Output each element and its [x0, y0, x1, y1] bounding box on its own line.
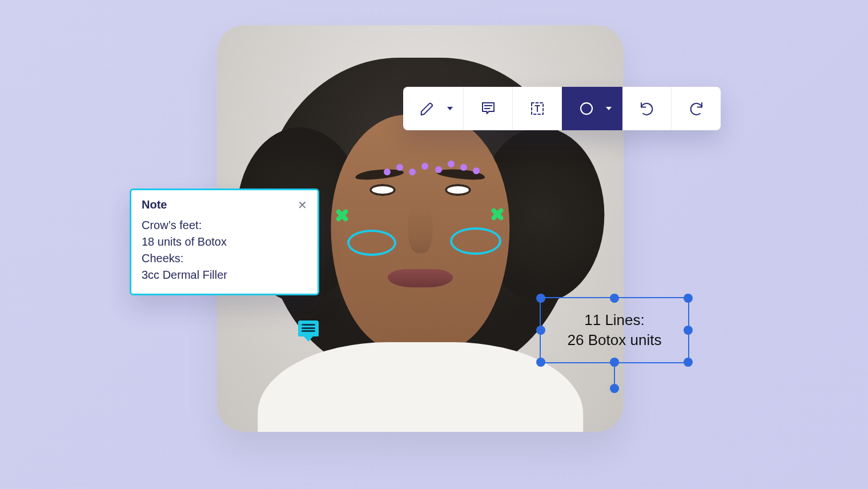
- comment-tool-button[interactable]: [464, 87, 513, 130]
- text-tool-button[interactable]: [513, 87, 562, 130]
- text-box-icon: [529, 100, 546, 117]
- portrait-lips: [388, 269, 453, 287]
- note-body: Crow’s feet: 18 units of Botox Cheeks: 3…: [142, 217, 307, 283]
- injection-dot[interactable]: [435, 166, 442, 173]
- shape-tool-button[interactable]: [562, 87, 622, 130]
- resize-handle-tr[interactable]: [684, 294, 693, 303]
- redo-icon: [688, 100, 705, 117]
- resize-handle-mr[interactable]: [684, 326, 693, 335]
- svg-point-3: [581, 103, 592, 114]
- resize-handle-br[interactable]: [684, 358, 693, 367]
- cheek-oval-right[interactable]: [450, 227, 501, 255]
- injection-dot[interactable]: [396, 164, 403, 171]
- injection-dot[interactable]: [409, 169, 416, 175]
- annotation-text: 11 Lines: 26 Botox units: [568, 310, 662, 350]
- pen-icon: [419, 100, 436, 117]
- portrait-collar: [258, 342, 583, 432]
- annotation-text-box[interactable]: 11 Lines: 26 Botox units: [540, 297, 689, 363]
- injection-dot[interactable]: [421, 163, 428, 170]
- circle-icon: [578, 100, 595, 117]
- portrait-eye-right: [445, 184, 471, 196]
- portrait-nose: [408, 204, 433, 252]
- cheek-oval-left[interactable]: [347, 230, 396, 256]
- pen-tool-button[interactable]: [403, 87, 464, 130]
- note-title: Note: [142, 198, 167, 211]
- injection-dot[interactable]: [473, 167, 480, 174]
- injection-dot[interactable]: [460, 164, 467, 171]
- undo-icon: [638, 100, 656, 117]
- resize-handle-tm[interactable]: [610, 294, 619, 303]
- resize-handle-bl[interactable]: [536, 358, 545, 367]
- note-header: Note ✕: [142, 198, 307, 211]
- annotation-toolbar: [403, 87, 721, 130]
- redo-button[interactable]: [672, 87, 721, 130]
- undo-button[interactable]: [622, 87, 672, 130]
- resize-handle-tl[interactable]: [536, 294, 545, 303]
- note-anchor-icon[interactable]: [298, 320, 319, 336]
- crows-feet-mark-right[interactable]: [490, 207, 505, 222]
- injection-dot[interactable]: [384, 169, 391, 175]
- resize-handle-ml[interactable]: [536, 326, 545, 335]
- injection-dot[interactable]: [448, 161, 455, 167]
- comment-icon: [480, 100, 497, 117]
- portrait-eye-left: [369, 184, 396, 196]
- rotate-handle[interactable]: [610, 384, 619, 393]
- crows-feet-mark-left[interactable]: [335, 208, 349, 223]
- note-popover[interactable]: Note ✕ Crow’s feet: 18 units of Botox Ch…: [130, 189, 319, 295]
- close-icon[interactable]: ✕: [298, 199, 307, 211]
